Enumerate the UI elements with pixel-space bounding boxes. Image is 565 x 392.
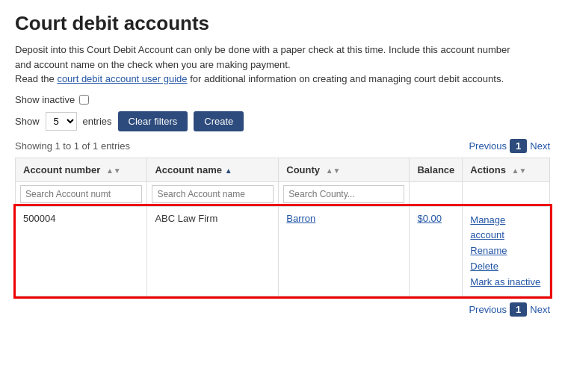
create-button[interactable]: Create (194, 111, 244, 131)
search-account-number-input[interactable] (20, 185, 142, 203)
entries-label: entries (83, 116, 112, 127)
table-header-row: Account number ▲▼ Account name ▲ County … (16, 158, 550, 181)
search-account-name-input[interactable] (152, 185, 274, 203)
description-line1: Deposit into this Court Debit Account ca… (15, 44, 510, 55)
next-link-bottom[interactable]: Next (530, 304, 550, 315)
show-inactive-label: Show inactive (15, 94, 75, 105)
description-line3-pre: Read the (15, 73, 57, 84)
show-inactive-checkbox[interactable] (79, 95, 89, 105)
table-row: 500004ABC Law FirmBarron$0.00Manage acco… (16, 206, 550, 296)
search-balance-cell (410, 181, 463, 206)
description-line3-post: for additional information on creating a… (188, 73, 504, 84)
sort-account-name-icon: ▲ (225, 167, 232, 175)
pagination-bottom: Previous 1 Next (15, 302, 550, 317)
accounts-table: Account number ▲▼ Account name ▲ County … (15, 158, 550, 297)
previous-link-bottom[interactable]: Previous (469, 304, 507, 315)
cell-actions: Manage accountRenameDeleteMark as inacti… (463, 206, 550, 296)
description-line2: and account name on the check when you a… (15, 59, 291, 70)
search-actions-cell (463, 181, 550, 206)
col-county[interactable]: County ▲▼ (279, 158, 410, 181)
search-county-input[interactable] (283, 185, 404, 203)
balance-link[interactable]: $0.00 (417, 213, 442, 224)
action-link-delete[interactable]: Delete (470, 259, 542, 275)
action-link-manage-account[interactable]: Manage account (470, 213, 542, 244)
clear-filters-button[interactable]: Clear filters (118, 111, 188, 131)
search-account-name-cell (147, 181, 279, 206)
page-num-top[interactable]: 1 (510, 139, 527, 153)
table-body: 500004ABC Law FirmBarron$0.00Manage acco… (16, 206, 550, 296)
table-search-row (16, 181, 550, 206)
page-title: Court debit accounts (15, 12, 550, 35)
guide-link[interactable]: court debit account user guide (57, 73, 187, 84)
pagination-top: Showing 1 to 1 of 1 entries Previous 1 N… (15, 139, 550, 153)
col-balance: Balance (410, 158, 463, 181)
pagination-controls-top: Previous 1 Next (469, 139, 550, 153)
description-block: Deposit into this Court Debit Account ca… (15, 43, 550, 87)
col-account-number[interactable]: Account number ▲▼ (16, 158, 147, 181)
action-link-mark-as-inactive[interactable]: Mark as inactive (470, 275, 542, 290)
show-label: Show (15, 116, 40, 127)
show-entries-select[interactable]: 5 (46, 112, 77, 131)
sort-account-number-icon: ▲▼ (106, 167, 121, 175)
cell-balance: $0.00 (410, 206, 463, 296)
page-num-bottom[interactable]: 1 (510, 302, 527, 317)
search-county-cell (279, 181, 410, 206)
showing-text-top: Showing 1 to 1 of 1 entries (15, 140, 130, 152)
cell-account-name: ABC Law Firm (147, 206, 279, 296)
sort-actions-icon: ▲▼ (512, 167, 527, 175)
next-link-top[interactable]: Next (530, 140, 550, 152)
county-link[interactable]: Barron (286, 213, 315, 224)
cell-county: Barron (279, 206, 410, 296)
sort-county-icon: ▲▼ (326, 167, 341, 175)
col-actions[interactable]: Actions ▲▼ (463, 158, 550, 181)
col-account-name[interactable]: Account name ▲ (147, 158, 279, 181)
previous-link-top[interactable]: Previous (469, 140, 507, 152)
search-account-number-cell (16, 181, 147, 206)
action-link-rename[interactable]: Rename (470, 243, 542, 259)
cell-account-number: 500004 (16, 206, 147, 296)
